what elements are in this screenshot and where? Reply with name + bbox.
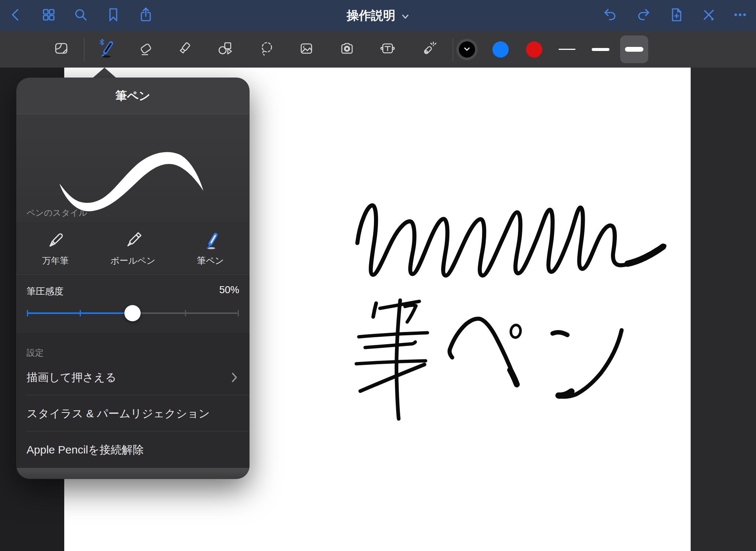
search-icon (73, 7, 89, 24)
color-swatch-blue[interactable] (492, 31, 509, 68)
laser-pointer-icon (420, 40, 436, 58)
tool-text[interactable] (377, 39, 398, 59)
popover-footer-strip (17, 468, 249, 479)
pressure-section: 筆圧感度 50% (17, 275, 249, 333)
notes-app: 操作説明 (0, 0, 756, 551)
brush-pen-icon (200, 230, 221, 253)
more-button[interactable] (730, 5, 750, 26)
tool-eraser[interactable] (135, 39, 156, 59)
tool-zoom-window[interactable] (51, 39, 72, 59)
tool-camera[interactable] (337, 39, 357, 59)
ellipsis-icon (732, 7, 748, 24)
pen-off-button[interactable] (698, 5, 719, 26)
thickness-thick[interactable] (620, 31, 648, 68)
setting-stylus-palm-rejection[interactable]: スタイラス & パームリジェクション (17, 397, 249, 430)
thumbnails-button[interactable] (38, 5, 59, 26)
thickness-thin[interactable] (553, 31, 581, 68)
slider-tick-75 (185, 310, 186, 316)
redo-button[interactable] (633, 5, 653, 26)
page-title: 操作説明 (347, 7, 395, 24)
color-swatch-black-selected[interactable] (456, 31, 478, 68)
tool-shapes[interactable] (215, 39, 236, 59)
highlighter-icon (176, 40, 193, 58)
toolbar-separator (453, 38, 453, 61)
fountain-pen-icon (45, 230, 66, 253)
slider-tick-0 (27, 310, 28, 316)
pen-style-label: 万年筆 (42, 255, 69, 267)
stroke-preview: ペンのスタイル (17, 114, 249, 222)
camera-icon (339, 40, 355, 58)
page-margin-right (691, 68, 756, 551)
slider-tick-100 (238, 310, 239, 316)
eraser-icon (138, 40, 154, 58)
shapes-icon (217, 40, 233, 58)
pen-bluetooth-icon (95, 38, 116, 60)
popover-arrow (93, 68, 116, 78)
text-icon (379, 40, 396, 58)
undo-button[interactable] (600, 5, 621, 26)
selected-color-ring (456, 39, 478, 60)
search-button[interactable] (71, 5, 91, 26)
undo-icon (602, 7, 619, 24)
lasso-icon (258, 40, 275, 58)
grid-icon (41, 7, 57, 24)
settings-section-label: 設定 (27, 347, 44, 359)
pressure-label: 筆圧感度 (27, 285, 63, 297)
pen-style-section-label: ペンのスタイル (27, 207, 87, 219)
row-divider (27, 431, 249, 431)
tool-pointer[interactable] (418, 39, 439, 59)
row-divider (27, 395, 249, 395)
slider-thumb[interactable] (124, 305, 141, 321)
navigation-bar: 操作説明 (0, 0, 756, 31)
chevron-down-icon (401, 8, 409, 23)
share-icon (138, 7, 154, 24)
add-page-button[interactable] (666, 5, 687, 26)
redo-icon (635, 7, 651, 24)
tool-image[interactable] (296, 39, 317, 59)
popover-panel: 筆ペン ペンのスタイル 万年筆 ボールペン (16, 78, 250, 479)
chevron-down-icon (464, 46, 470, 53)
pen-style-brush-selected[interactable]: 筆ペン (172, 222, 249, 274)
pressure-value: 50% (219, 284, 239, 296)
pen-style-label: ボールペン (110, 255, 155, 267)
pen-settings-popover: 筆ペン ペンのスタイル 万年筆 ボールペン (16, 68, 250, 479)
share-button[interactable] (135, 5, 156, 26)
add-page-icon (668, 7, 684, 24)
tool-highlighter[interactable] (174, 39, 195, 59)
color-swatch-red[interactable] (526, 31, 542, 68)
image-icon (298, 40, 315, 58)
back-button[interactable] (6, 5, 26, 26)
pen-style-label: 筆ペン (197, 255, 224, 267)
document-title-menu[interactable]: 操作説明 (347, 0, 409, 31)
bookmark-icon (105, 7, 121, 24)
popover-title: 筆ペン (17, 78, 249, 114)
ballpoint-pen-icon (123, 230, 143, 253)
slider-tick-25 (80, 310, 81, 316)
pen-style-fountain[interactable]: 万年筆 (17, 222, 94, 274)
brush-stroke-sample (17, 114, 250, 222)
pressure-slider[interactable] (27, 307, 238, 320)
thickness-medium[interactable] (587, 31, 615, 68)
pen-style-row: 万年筆 ボールペン 筆ペン (17, 222, 249, 275)
toolbar-separator (84, 38, 85, 61)
content-area: 筆ペン ペンのスタイル 万年筆 ボールペン (0, 68, 756, 551)
tool-pen-selected[interactable] (95, 39, 116, 59)
pen-off-icon (701, 7, 717, 24)
pen-style-ballpoint[interactable]: ボールペン (94, 222, 172, 274)
back-chevron-icon (8, 7, 24, 24)
setting-draw-and-hold[interactable]: 描画して押さえる (17, 361, 249, 394)
chevron-right-icon (231, 372, 237, 383)
settings-section: 設定 描画して押さえる スタイラス & パームリジェクション Apple Pen… (17, 333, 249, 479)
drawing-toolbar (0, 31, 756, 68)
setting-disconnect-apple-pencil[interactable]: Apple Pencilを接続解除 (17, 434, 249, 466)
bookmark-button[interactable] (103, 5, 124, 26)
tool-lasso[interactable] (256, 39, 277, 59)
zoom-window-icon (53, 40, 69, 58)
